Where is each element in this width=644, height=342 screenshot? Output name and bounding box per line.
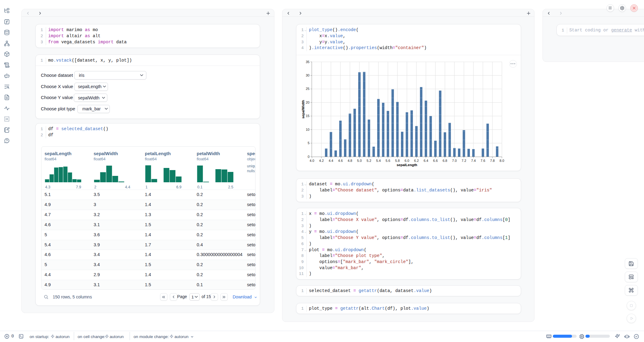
svg-text:5.8: 5.8	[395, 159, 400, 162]
svg-text:35: 35	[306, 60, 309, 64]
svg-text:0: 0	[308, 155, 309, 159]
svg-text:6.6: 6.6	[433, 159, 438, 162]
svg-text:5: 5	[308, 141, 309, 145]
svg-text:7.8: 7.8	[490, 159, 495, 162]
svg-text:8.0: 8.0	[499, 159, 504, 162]
svg-text:5.4: 5.4	[376, 159, 381, 162]
svg-text:10: 10	[306, 128, 309, 131]
svg-text:4.0: 4.0	[309, 159, 314, 162]
svg-text:sepalWidth: sepalWidth	[301, 100, 305, 119]
svg-text:20: 20	[306, 101, 309, 104]
svg-text:4.8: 4.8	[348, 159, 352, 162]
svg-text:6.2: 6.2	[414, 159, 419, 162]
svg-text:sepalLength: sepalLength	[397, 163, 417, 167]
svg-text:6.8: 6.8	[442, 159, 447, 162]
svg-text:7.2: 7.2	[462, 159, 466, 162]
svg-text:4.2: 4.2	[319, 159, 324, 162]
svg-text:7.4: 7.4	[471, 159, 476, 162]
svg-text:15: 15	[306, 114, 309, 118]
svg-text:4.4: 4.4	[329, 159, 333, 162]
svg-text:5.2: 5.2	[367, 159, 371, 162]
svg-text:30: 30	[306, 73, 309, 77]
svg-text:4.6: 4.6	[338, 159, 343, 162]
svg-text:7.0: 7.0	[452, 159, 457, 162]
svg-text:6.0: 6.0	[405, 159, 409, 162]
svg-text:7.6: 7.6	[481, 159, 485, 162]
svg-text:5.6: 5.6	[386, 159, 390, 162]
svg-text:6.4: 6.4	[424, 159, 428, 162]
svg-text:25: 25	[306, 87, 309, 91]
svg-text:5.0: 5.0	[357, 159, 362, 162]
